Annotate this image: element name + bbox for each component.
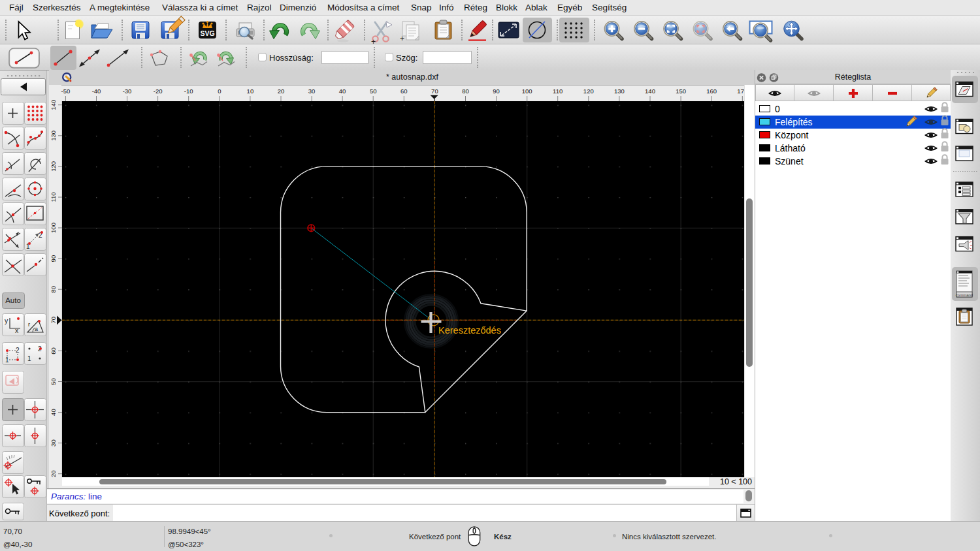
svg-text:60: 60 [400,87,408,95]
svg-text:20: 20 [278,87,285,95]
svg-text:60: 60 [50,347,57,354]
svg-text:y: y [5,317,8,324]
svg-text:r: r [28,321,30,328]
svg-text:120: 120 [50,161,57,172]
svg-text:50: 50 [370,87,377,95]
svg-text:-50: -50 [61,87,71,95]
svg-text:80: 80 [462,87,469,95]
svg-text:command: command [956,293,973,297]
svg-text:140: 140 [50,100,57,110]
svg-text:170: 170 [737,87,744,95]
svg-text:80: 80 [50,286,57,293]
svg-text:130: 130 [50,131,57,141]
svg-text:50: 50 [50,378,57,385]
svg-text:160: 160 [706,87,717,95]
svg-text:Auto: Auto [5,296,21,304]
svg-text:10: 10 [247,87,254,95]
svg-text:40: 40 [339,87,346,95]
svg-text:30: 30 [308,87,316,95]
svg-text:90: 90 [50,255,57,262]
svg-text:SVG: SVG [200,29,214,37]
svg-text:-20: -20 [154,87,163,95]
svg-text:-30: -30 [123,87,132,95]
svg-text:100: 100 [50,223,57,233]
svg-text:40: 40 [50,409,57,416]
svg-text:120: 120 [583,87,594,95]
svg-text:1: 1 [5,356,9,364]
svg-text:70: 70 [50,317,57,324]
svg-text:x: x [15,326,19,334]
svg-text:140: 140 [645,87,655,95]
svg-text:2: 2 [16,347,20,354]
svg-text:Kereszteződés: Kereszteződés [438,325,501,336]
svg-text:0: 0 [218,87,221,95]
svg-text:90: 90 [493,87,500,95]
svg-text:150: 150 [676,87,686,95]
svg-text:1: 1 [27,355,31,362]
svg-text:100: 100 [522,87,532,95]
svg-text:130: 130 [614,87,625,95]
svg-text:70: 70 [431,87,438,95]
svg-text:30: 30 [50,439,57,447]
svg-text:110: 110 [50,192,57,202]
svg-text:110: 110 [553,87,563,95]
svg-text:20: 20 [50,470,57,477]
svg-text:a: a [35,326,38,332]
svg-text:-40: -40 [92,87,101,95]
svg-text:+: + [400,34,404,43]
svg-text:-10: -10 [184,87,193,95]
